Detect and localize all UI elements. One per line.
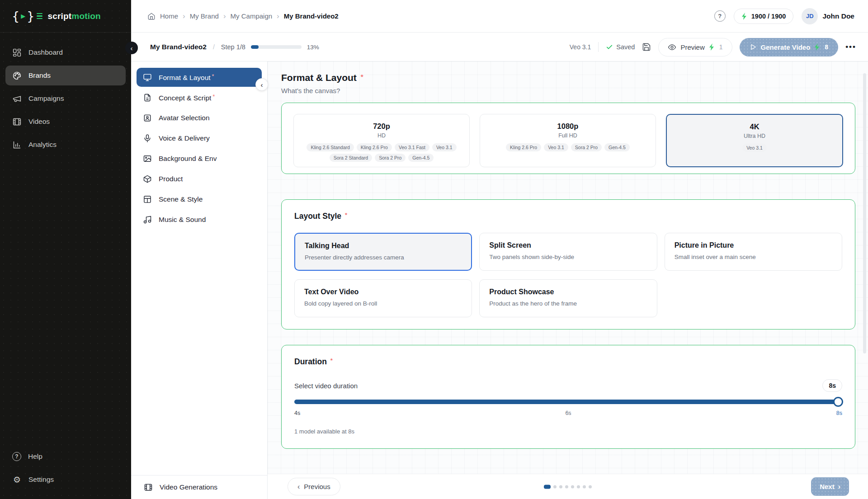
step-dot[interactable] bbox=[553, 485, 557, 488]
model-tag: Gen-4.5 bbox=[604, 143, 630, 151]
more-menu-button[interactable]: ••• bbox=[845, 42, 856, 52]
check-icon bbox=[606, 43, 613, 51]
credits-badge[interactable]: 1900 / 1900 bbox=[734, 9, 794, 24]
microphone-icon bbox=[143, 134, 152, 143]
step-item-avatar-selection[interactable]: Avatar Selection bbox=[137, 108, 262, 127]
steps-footer: Video Generations bbox=[131, 475, 267, 499]
sidebar-item-videos[interactable]: Videos bbox=[5, 112, 126, 132]
resolution-card-1080p[interactable]: 1080p Full HD Kling 2.6 Pro Veo 3.1 Sora… bbox=[480, 114, 656, 167]
layout-option-split-screen[interactable]: Split Screen Two panels shown side-by-si… bbox=[479, 233, 657, 271]
step-progress-percent: 13% bbox=[307, 44, 319, 51]
resolution-sub: HD bbox=[294, 132, 469, 139]
avatar-card-icon bbox=[143, 113, 152, 122]
user-name: John Doe bbox=[822, 12, 854, 20]
model-tag: Sora 2 Pro bbox=[571, 143, 602, 151]
chevron-left-icon: ‹ bbox=[297, 483, 300, 490]
project-title: My Brand-video2 bbox=[150, 43, 207, 51]
step-item-format-layout[interactable]: Format & Layout* ‹ bbox=[137, 68, 262, 87]
step-label: Avatar Selection bbox=[159, 114, 210, 122]
step-indicator: Step 1/8 bbox=[221, 43, 245, 51]
chevron-right-icon: › bbox=[838, 483, 840, 490]
divider bbox=[598, 42, 599, 52]
palette-icon bbox=[12, 71, 22, 80]
breadcrumb-home[interactable]: Home bbox=[160, 12, 178, 20]
saved-status: Saved bbox=[606, 43, 635, 51]
sidebar-item-analytics[interactable]: Analytics bbox=[5, 135, 126, 155]
step-label: Concept & Script* bbox=[159, 93, 215, 102]
step-dot-active[interactable] bbox=[544, 485, 551, 489]
sidebar-item-settings[interactable]: ⚙ Settings bbox=[5, 470, 126, 490]
option-name: Talking Head bbox=[305, 242, 462, 250]
step-label: Background & Env bbox=[159, 155, 217, 163]
step-label: Product bbox=[159, 175, 183, 183]
generate-video-button[interactable]: Generate Video 8 bbox=[740, 38, 839, 56]
preview-button[interactable]: Preview 1 bbox=[658, 38, 732, 56]
slider-thumb[interactable] bbox=[833, 397, 843, 407]
layout-option-text-over-video[interactable]: Text Over Video Bold copy layered on B-r… bbox=[294, 279, 472, 317]
save-icon bbox=[642, 42, 651, 52]
sidebar-footer: ? Help ⚙ Settings bbox=[5, 447, 126, 493]
step-dot[interactable] bbox=[559, 485, 562, 488]
bar-chart-icon bbox=[12, 140, 22, 150]
layout-style-section: Layout Style * Talking Head Presenter di… bbox=[281, 199, 855, 330]
step-item-voice-delivery[interactable]: Voice & Delivery bbox=[137, 129, 262, 148]
user-menu[interactable]: JD John Doe bbox=[802, 8, 854, 24]
gear-icon: ⚙ bbox=[12, 475, 22, 484]
previous-button[interactable]: ‹ Previous bbox=[288, 478, 340, 495]
play-icon bbox=[750, 43, 757, 51]
step-item-music-sound[interactable]: Music & Sound bbox=[137, 210, 262, 229]
image-icon bbox=[143, 154, 152, 163]
slider-ticks: 4s 6s 8s bbox=[294, 410, 842, 416]
step-dot[interactable] bbox=[565, 485, 568, 488]
duration-row: Select video duration 8s bbox=[294, 379, 842, 392]
sidebar-item-brands[interactable]: Brands bbox=[5, 66, 126, 85]
collapse-steps-button[interactable]: ‹ bbox=[255, 78, 268, 91]
sidebar-item-campaigns[interactable]: Campaigns bbox=[5, 89, 126, 108]
step-dot[interactable] bbox=[571, 485, 574, 488]
breadcrumb-brand[interactable]: My Brand bbox=[190, 12, 219, 20]
collapse-sidebar-button[interactable]: ‹ bbox=[125, 42, 138, 54]
breadcrumb-campaign[interactable]: My Campaign bbox=[231, 12, 273, 20]
step-item-product[interactable]: Product bbox=[137, 169, 262, 188]
tick-8s: 8s bbox=[836, 410, 842, 416]
sidebar-item-dashboard[interactable]: Dashboard bbox=[5, 42, 126, 62]
step-dot[interactable] bbox=[583, 485, 586, 488]
model-tags: Veo 3.1 bbox=[667, 144, 842, 152]
step-item-scene-style[interactable]: Scene & Style bbox=[137, 190, 262, 209]
top-header: Home › My Brand › My Campaign › My Brand… bbox=[131, 0, 868, 33]
film-icon bbox=[144, 483, 153, 492]
resolution-name: 1080p bbox=[480, 122, 656, 131]
step-dot[interactable] bbox=[577, 485, 580, 488]
step-progress-bar bbox=[251, 45, 302, 49]
help-button[interactable]: ? bbox=[714, 10, 726, 22]
layout-option-talking-head[interactable]: Talking Head Presenter directly addresse… bbox=[294, 233, 472, 271]
duration-note: 1 model available at 8s bbox=[294, 428, 842, 435]
logo[interactable]: {▶} scriptmotion bbox=[0, 0, 131, 33]
music-note-icon bbox=[143, 215, 152, 224]
resolution-card-4k[interactable]: 4K Ultra HD Veo 3.1 bbox=[666, 114, 843, 167]
resolution-card-720p[interactable]: 720p HD Kling 2.6 Standard Kling 2.6 Pro… bbox=[293, 114, 470, 167]
saved-label: Saved bbox=[616, 43, 635, 51]
duration-slider[interactable] bbox=[294, 400, 842, 404]
sidebar-item-label: Campaigns bbox=[28, 94, 64, 103]
eye-icon bbox=[668, 43, 676, 52]
header-actions: ? 1900 / 1900 JD John Doe bbox=[714, 8, 854, 24]
layout-option-picture-in-picture[interactable]: Picture in Picture Small inset over a ma… bbox=[665, 233, 842, 271]
next-button[interactable]: Next › bbox=[811, 477, 849, 496]
step-item-background-env[interactable]: Background & Env bbox=[137, 149, 262, 168]
step-item-concept-script[interactable]: Concept & Script* bbox=[137, 88, 262, 107]
save-button[interactable] bbox=[642, 42, 651, 52]
step-dot[interactable] bbox=[589, 485, 592, 488]
steps-panel: Format & Layout* ‹ Concept & Script* Ava… bbox=[131, 61, 268, 499]
video-generations-item[interactable]: Video Generations bbox=[131, 475, 267, 499]
chevron-right-icon: › bbox=[183, 12, 185, 21]
tick-4s: 4s bbox=[294, 410, 300, 416]
scrollbar[interactable] bbox=[863, 73, 866, 353]
divider: / bbox=[213, 43, 215, 51]
model-tag: Gen-4.5 bbox=[408, 154, 434, 162]
primary-sidebar: {▶} scriptmotion Dashboard Brands Campai… bbox=[0, 0, 131, 499]
layout-option-product-showcase[interactable]: Product Showcase Product as the hero of … bbox=[479, 279, 657, 317]
document-icon bbox=[143, 93, 152, 102]
sidebar-item-help[interactable]: ? Help bbox=[5, 447, 126, 466]
step-label: Music & Sound bbox=[159, 216, 206, 224]
